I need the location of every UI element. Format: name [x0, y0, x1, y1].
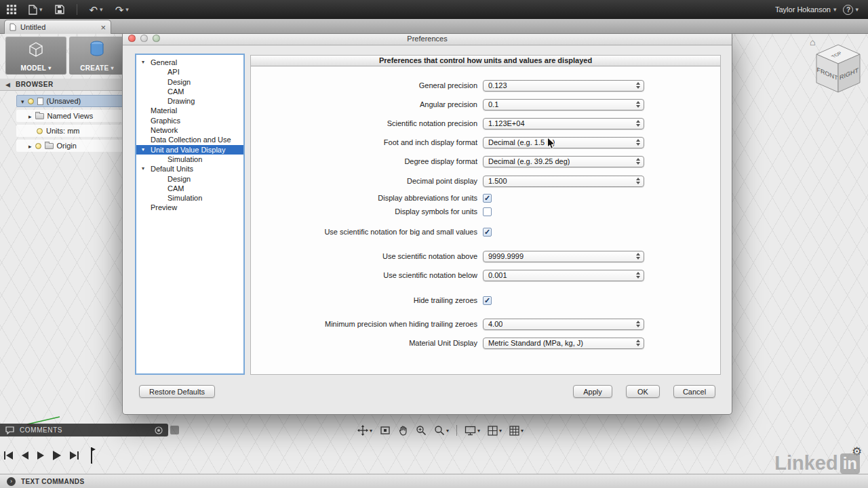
use-scientific-notation-above-select[interactable]: 9999.9999 — [483, 251, 644, 262]
tab-untitled[interactable]: Untitled × — [4, 20, 111, 34]
browser-item-unsaved[interactable]: (Unsaved) — [16, 95, 133, 107]
ok-button[interactable]: OK — [626, 385, 660, 398]
browser-item-units-mm[interactable]: Units: mm — [16, 125, 133, 137]
tab-close-icon[interactable]: × — [100, 23, 106, 32]
tree-item-general[interactable]: ▾General — [136, 58, 243, 67]
comment-marker-icon[interactable] — [155, 426, 163, 434]
close-window-icon[interactable] — [128, 35, 136, 42]
workspace-switcher-model[interactable]: MODEL▾ — [5, 37, 66, 75]
material-unit-display-select[interactable]: Metric Standard (MPa, kg, J) — [483, 338, 644, 349]
text-commands-bar[interactable]: › TEXT COMMANDS — [0, 474, 868, 488]
tree-item-simulation[interactable]: Simulation — [136, 155, 243, 164]
zoom-window-icon[interactable] — [153, 35, 160, 42]
general-precision-select[interactable]: 0.123 — [483, 80, 644, 92]
scientific-notation-precision-select[interactable]: 1.123E+04 — [483, 118, 644, 129]
help-menu[interactable]: ? ▾ — [843, 5, 859, 15]
step-forward-button[interactable] — [37, 451, 44, 460]
form-row: Foot and inch display formatDecimal (e.g… — [251, 136, 720, 148]
tree-item-default-units[interactable]: ▾Default Units — [136, 164, 243, 174]
decimal-point-display-select[interactable]: 1.500 — [483, 176, 644, 187]
viewcube[interactable]: ⌂ TOP FRONT RIGHT — [807, 35, 868, 107]
caret-down-icon[interactable] — [21, 97, 24, 105]
caret-down-icon: ▾ — [370, 428, 372, 434]
help-icon: ? — [843, 5, 853, 15]
tree-item-simulation[interactable]: Simulation — [136, 193, 243, 203]
tree-item-data-collection-and-use[interactable]: Data Collection and Use — [136, 135, 243, 144]
pan-hand-button[interactable] — [398, 425, 408, 436]
tree-item-label: General — [151, 58, 177, 67]
tree-item-design[interactable]: Design — [136, 174, 243, 184]
tree-item-material[interactable]: Material — [136, 106, 243, 115]
browser-item-origin[interactable]: Origin — [16, 140, 133, 152]
pan-button[interactable]: ▾ — [357, 425, 372, 436]
tree-item-label: Design — [167, 77, 191, 87]
select-value: Metric Standard (MPa, kg, J) — [488, 339, 583, 347]
caret-down-icon[interactable]: ▾ — [100, 6, 103, 13]
caret-down-icon[interactable]: ▾ — [125, 6, 129, 13]
tree-item-cam[interactable]: CAM — [136, 184, 243, 193]
degree-display-format-select[interactable]: Decimal (e.g. 39.25 deg) — [483, 156, 644, 167]
tree-item-network[interactable]: Network — [136, 125, 243, 135]
use-scientific-notation-below-select[interactable]: 0.001 — [483, 270, 644, 281]
minimum-precision-when-hiding-trailing-zeroes-select[interactable]: 4.00 — [483, 319, 644, 330]
browser-item-named-views[interactable]: Named Views — [16, 110, 133, 122]
home-icon[interactable]: ⌂ — [810, 37, 815, 47]
zoom-button[interactable] — [416, 425, 427, 436]
display-settings-button[interactable]: ▾ — [465, 426, 480, 436]
caret-down-icon: ▾ — [477, 428, 480, 434]
caret-right-icon[interactable] — [28, 112, 32, 120]
file-menu-icon[interactable]: ▾ — [28, 5, 43, 15]
expand-triangle-icon[interactable]: ▾ — [142, 58, 151, 67]
zoom-window-button[interactable]: ▾ — [434, 425, 449, 436]
form-row: Display abbreviations for units✓ — [251, 192, 720, 204]
use-scientific-notation-for-big-and-small-values-checkbox[interactable]: ✓ — [483, 228, 492, 237]
viewports-button[interactable]: ▾ — [509, 426, 524, 436]
expand-triangle-icon[interactable]: ▾ — [142, 145, 151, 155]
dialog-title-bar[interactable]: Preferences — [123, 32, 732, 45]
expand-triangle-icon[interactable]: ▾ — [142, 164, 151, 174]
tree-item-unit-and-value-display[interactable]: ▾Unit and Value Display — [136, 145, 243, 155]
apply-button[interactable]: Apply — [573, 385, 612, 398]
collapse-browser-icon[interactable]: ◀ — [5, 81, 10, 88]
comments-resize-handle[interactable] — [170, 426, 179, 434]
fit-view-button[interactable] — [380, 426, 391, 435]
undo-button[interactable]: ↶ ▾ — [90, 5, 103, 15]
cancel-button[interactable]: Cancel — [673, 385, 715, 398]
app-grid-icon[interactable] — [7, 5, 16, 14]
play-button[interactable] — [53, 451, 61, 460]
grid-snap-button[interactable]: ▾ — [488, 426, 502, 436]
angular-precision-select[interactable]: 0.1 — [483, 99, 644, 110]
caret-right-icon[interactable] — [28, 142, 32, 150]
go-to-end-button[interactable] — [70, 451, 79, 460]
comment-bubble-icon — [5, 426, 14, 434]
tree-item-graphics[interactable]: Graphics — [136, 116, 243, 125]
tree-item-cam[interactable]: CAM — [136, 87, 243, 96]
tree-item-label: CAM — [167, 87, 184, 96]
caret-down-icon: ▾ — [499, 428, 502, 434]
tree-item-label: Simulation — [167, 155, 202, 164]
redo-button[interactable]: ↷ ▾ — [115, 5, 129, 15]
save-icon[interactable] — [55, 5, 64, 14]
go-to-start-button[interactable] — [4, 451, 13, 460]
field-label: Minimum precision when hiding trailing z… — [251, 320, 483, 328]
create-panel[interactable]: CREATE▾ — [69, 37, 125, 75]
tree-item-design[interactable]: Design — [136, 77, 243, 87]
hide-trailing-zeroes-checkbox[interactable]: ✓ — [483, 296, 492, 305]
foot-and-inch-display-format-select[interactable]: Decimal (e.g. 1.5 in) — [483, 137, 644, 148]
timeline-marker[interactable] — [89, 446, 96, 464]
step-back-button[interactable] — [22, 451, 28, 460]
comments-bar[interactable]: COMMENTS — [0, 424, 168, 436]
tree-item-api[interactable]: API — [136, 67, 243, 77]
minimize-window-icon[interactable] — [140, 35, 148, 42]
tree-item-preview[interactable]: Preview — [136, 203, 243, 212]
restore-defaults-button[interactable]: Restore Defaults — [139, 385, 215, 398]
tree-item-drawing[interactable]: Drawing — [136, 96, 243, 106]
settings-gear-icon[interactable]: ⚙ — [852, 445, 862, 459]
display-abbreviations-for-units-checkbox[interactable]: ✓ — [483, 194, 492, 203]
display-symbols-for-units-checkbox[interactable] — [483, 207, 492, 216]
select-value: Decimal (e.g. 1.5 in) — [488, 138, 555, 146]
folder-icon — [35, 113, 44, 119]
user-account-menu[interactable]: Taylor Hokanson ▾ — [775, 5, 836, 14]
stepper-arrows-icon — [636, 178, 640, 184]
field-label: Decimal point display — [251, 177, 483, 185]
